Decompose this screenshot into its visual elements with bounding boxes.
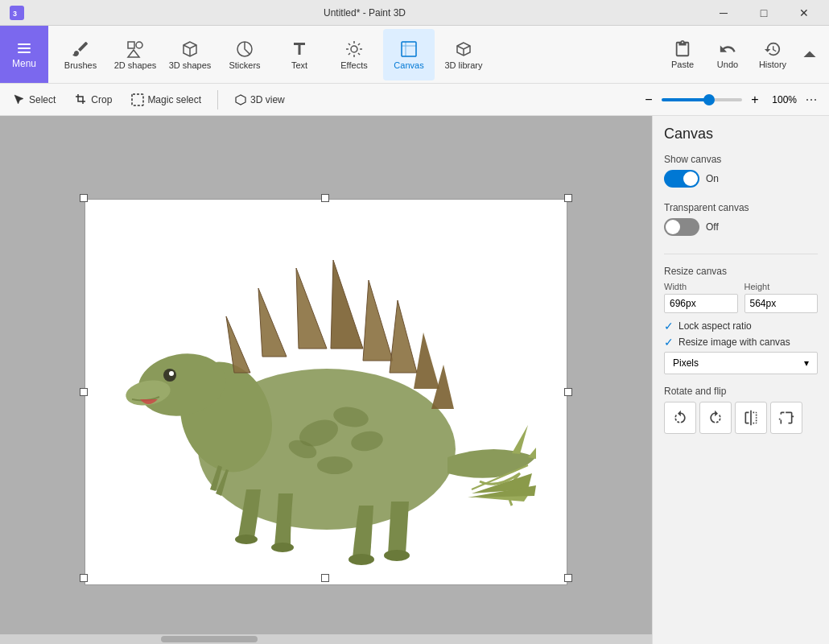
width-group: Width	[664, 282, 738, 313]
svg-text:3: 3	[13, 10, 17, 18]
zoom-slider[interactable]	[662, 98, 742, 101]
flip-vertical-icon	[778, 410, 794, 426]
toolbar-canvas[interactable]: Canvas	[383, 29, 435, 80]
width-label: Width	[664, 282, 738, 291]
undo-button[interactable]: Undo	[707, 29, 749, 80]
panel-title: Canvas	[664, 126, 818, 142]
stegosaurus-illustration	[85, 200, 536, 570]
main-content: Canvas Show canvas On Transparent canvas…	[0, 116, 829, 644]
unit-dropdown-value: Pixels	[673, 357, 699, 369]
flip-horizontal-icon	[743, 410, 759, 426]
chevron-up-button[interactable]	[797, 42, 823, 68]
history-label: History	[759, 60, 786, 69]
3dview-button[interactable]: 3D view	[228, 90, 291, 109]
svg-point-9	[351, 46, 357, 52]
lock-aspect-ratio-row: ✓ Lock aspect ratio	[664, 320, 818, 332]
undo-label: Undo	[717, 60, 738, 69]
canvas-label: Canvas	[394, 60, 423, 70]
handle-bottom-right[interactable]	[564, 574, 572, 582]
width-input[interactable]	[664, 294, 738, 313]
maximize-button[interactable]: □	[745, 2, 782, 24]
toolbar-brushes[interactable]: Brushes	[55, 29, 106, 80]
show-canvas-label: Show canvas	[664, 154, 818, 165]
text-label: Text	[291, 60, 307, 70]
handle-middle-left[interactable]	[80, 388, 88, 396]
svg-point-22	[317, 456, 353, 474]
rotate-left-button[interactable]	[664, 402, 696, 434]
handle-top-left[interactable]	[80, 194, 88, 202]
zoom-percent: 100%	[768, 94, 797, 105]
close-button[interactable]: ✕	[786, 2, 823, 24]
history-button[interactable]: History	[752, 29, 794, 80]
select-cursor-icon	[13, 93, 26, 106]
zoom-in-button[interactable]: +	[745, 90, 765, 109]
chevron-down-icon: ▾	[804, 357, 809, 369]
title-bar: 3 Untitled* - Paint 3D ─ □ ✕	[0, 0, 829, 26]
magic-select-icon	[131, 93, 144, 106]
svg-point-26	[384, 550, 410, 561]
magic-select-button[interactable]: Magic select	[125, 90, 208, 109]
menu-button[interactable]: Menu	[0, 26, 48, 83]
show-canvas-toggle[interactable]	[664, 170, 699, 188]
stickers-icon	[235, 39, 254, 59]
svg-rect-4	[18, 52, 31, 53]
2dshapes-icon	[126, 39, 145, 59]
handle-middle-right[interactable]	[564, 388, 572, 396]
canvas-scrollbar-thumb[interactable]	[161, 636, 258, 642]
minimize-button[interactable]: ─	[705, 2, 742, 24]
canvas-scrollbar[interactable]	[0, 634, 652, 644]
select-label: Select	[29, 94, 56, 105]
toolbar-3dshapes[interactable]: 3D shapes	[164, 29, 216, 80]
crop-icon	[75, 93, 88, 106]
zoom-out-button[interactable]: −	[639, 90, 658, 109]
toolbar-effects[interactable]: Effects	[328, 29, 380, 80]
effects-label: Effects	[340, 60, 367, 70]
paste-button[interactable]: Paste	[662, 29, 703, 80]
effects-icon	[344, 39, 364, 59]
undo-icon	[719, 40, 736, 58]
transparent-canvas-state: Off	[706, 221, 719, 233]
crop-label: Crop	[91, 94, 112, 105]
rotate-flip-label: Rotate and flip	[664, 386, 818, 397]
window-title: Untitled* - Paint 3D	[24, 7, 705, 19]
zoom-section: − + 100% ···	[639, 89, 823, 111]
secondary-toolbar: Select Crop Magic select 3D view − + 100…	[0, 84, 829, 116]
stickers-label: Stickers	[229, 60, 260, 70]
crop-button[interactable]: Crop	[68, 90, 118, 109]
rotate-right-icon	[707, 410, 724, 426]
height-label: Height	[744, 282, 819, 291]
resize-canvas-section: Resize canvas Width Height ✓ Lock aspect…	[664, 266, 818, 374]
more-options-button[interactable]: ···	[800, 89, 823, 111]
svg-point-24	[271, 543, 294, 552]
handle-top-center[interactable]	[321, 194, 329, 202]
handle-bottom-left[interactable]	[80, 574, 88, 582]
rotate-right-button[interactable]	[699, 402, 732, 434]
svg-point-23	[235, 535, 258, 544]
toolbar-text[interactable]: Text	[274, 29, 325, 80]
unit-dropdown[interactable]: Pixels ▾	[664, 352, 818, 374]
flip-horizontal-button[interactable]	[735, 402, 767, 434]
select-button[interactable]: Select	[6, 90, 62, 109]
magic-select-label: Magic select	[147, 94, 201, 105]
svg-marker-7	[128, 50, 139, 57]
handle-top-right[interactable]	[564, 194, 572, 202]
canvas-area	[0, 116, 652, 644]
toolbar-2dshapes[interactable]: 2D shapes	[109, 29, 161, 80]
height-input[interactable]	[744, 294, 819, 313]
toolbar-3dlibrary[interactable]: 3D library	[438, 29, 489, 80]
flip-vertical-button[interactable]	[770, 402, 802, 434]
resize-with-canvas-row: ✓ Resize image with canvas	[664, 336, 818, 349]
transparent-canvas-toggle[interactable]	[664, 218, 699, 236]
chevron-up-icon	[800, 45, 819, 64]
brush-icon	[71, 39, 90, 59]
handle-bottom-center[interactable]	[321, 574, 329, 582]
3dview-icon	[234, 93, 247, 106]
menu-label: Menu	[12, 58, 36, 69]
3dshapes-label: 3D shapes	[169, 60, 212, 70]
panel-divider-1	[664, 254, 818, 254]
text-icon	[290, 39, 309, 59]
toolbar-stickers[interactable]: Stickers	[219, 29, 270, 80]
3dlibrary-icon	[454, 39, 473, 59]
show-canvas-state: On	[706, 173, 719, 184]
toolbar-items: Brushes 2D shapes 3D shapes S	[48, 26, 662, 83]
